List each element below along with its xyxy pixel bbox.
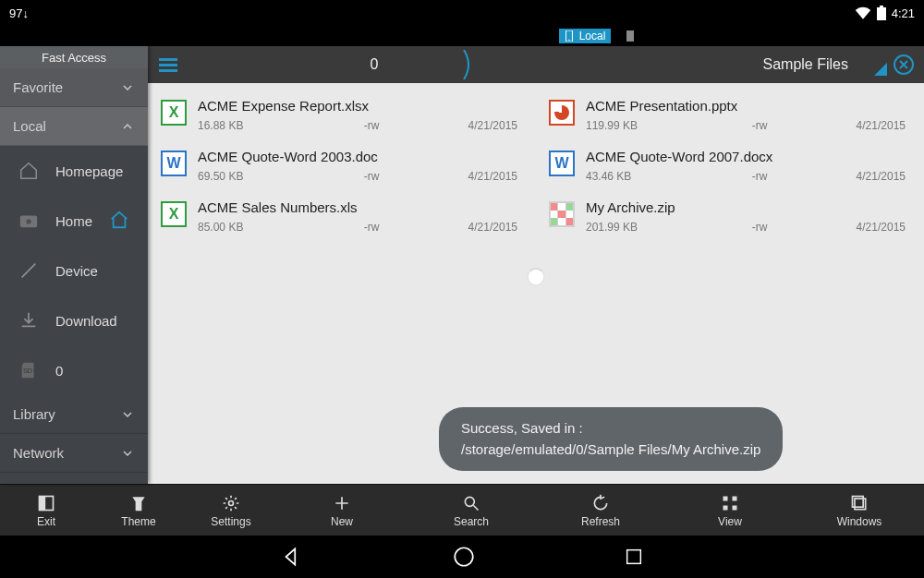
phone-icon [565, 30, 576, 42]
back-button[interactable] [280, 545, 304, 569]
grid-icon [721, 493, 739, 513]
file-size: 69.50 KB [198, 170, 299, 183]
file-item[interactable]: XACME Sales Numbers.xls85.00 KB-rw4/21/2… [148, 194, 536, 245]
loading-spinner-icon [527, 268, 545, 286]
section-network[interactable]: Network [0, 434, 148, 473]
close-icon[interactable] [893, 54, 915, 79]
breadcrumb-current[interactable]: Sample Files [763, 56, 848, 73]
file-size: 85.00 KB [198, 221, 299, 234]
svg-rect-4 [626, 30, 634, 42]
button-label: View [718, 515, 742, 528]
menu-icon[interactable] [159, 58, 177, 72]
file-date: 4/21/2015 [444, 170, 517, 183]
status-time: 4:21 [892, 6, 915, 20]
file-date: 4/21/2015 [444, 119, 517, 132]
svg-point-12 [229, 500, 234, 505]
button-label: Windows [837, 515, 882, 528]
toast-line1: Success, Saved in : [461, 418, 760, 440]
svg-point-21 [455, 548, 473, 566]
svg-rect-17 [723, 505, 728, 510]
sidebar-header: Fast Access [0, 46, 148, 68]
section-library[interactable]: Library [0, 395, 148, 434]
windows-button[interactable]: Windows [795, 485, 924, 536]
svg-text:SD: SD [23, 367, 32, 375]
sidebar-item-homepage[interactable]: Homepage [0, 146, 148, 196]
gear-icon [222, 493, 240, 513]
content-toolbar: 0 Sample Files [148, 46, 924, 83]
sidebar-item-label: 0 [55, 363, 63, 379]
status-left-text: 97↓ [9, 6, 29, 20]
sidebar-item-label: Homepage [55, 163, 123, 179]
tab-local[interactable]: Local [559, 29, 612, 43]
theme-button[interactable]: Theme [92, 485, 185, 536]
file-item[interactable]: WACME Quote-Word 2003.doc69.50 KB-rw4/21… [148, 143, 536, 194]
windows-icon [850, 493, 869, 513]
file-size: 16.88 KB [198, 119, 299, 132]
section-local[interactable]: Local [0, 107, 148, 146]
sidebar-item-download[interactable]: Download [0, 295, 148, 345]
file-permissions: -rw [299, 221, 444, 234]
file-item[interactable]: My Archive.zip201.99 KB-rw4/21/2015 [536, 194, 924, 245]
file-item[interactable]: XACME Expense Report.xlsx16.88 KB-rw4/21… [148, 92, 536, 143]
exit-icon [37, 493, 55, 513]
file-permissions: -rw [687, 170, 832, 183]
toast-notification: Success, Saved in : /storage/emulated/0/… [439, 407, 783, 471]
file-permissions: -rw [299, 170, 444, 183]
breadcrumb-divider-icon [462, 50, 475, 79]
sidebar-item-device[interactable]: Device [0, 246, 148, 295]
button-label: Exit [37, 515, 55, 528]
file-permissions: -rw [299, 119, 444, 132]
home-button[interactable] [452, 545, 476, 569]
svg-rect-22 [627, 550, 641, 564]
file-name: My Archive.zip [586, 199, 906, 215]
file-name: ACME Sales Numbers.xls [198, 199, 517, 215]
folder-icon [18, 211, 39, 231]
file-item[interactable]: ACME Presentation.pptx119.99 KB-rw4/21/2… [536, 92, 924, 143]
svg-point-6 [26, 219, 31, 224]
tab-label: Local [579, 30, 606, 42]
window-tabs-bar: Local [0, 26, 924, 46]
svg-line-7 [22, 264, 36, 278]
file-date: 4/21/2015 [832, 119, 906, 132]
resize-corner-icon[interactable] [874, 63, 887, 79]
plus-icon [333, 493, 351, 513]
search-button[interactable]: Search [407, 485, 536, 536]
exit-button[interactable]: Exit [0, 485, 92, 536]
file-date: 4/21/2015 [444, 221, 517, 234]
chevron-up-icon [120, 119, 135, 134]
wifi-icon [855, 6, 871, 19]
homepage-icon [18, 161, 39, 181]
file-size: 43.46 KB [586, 170, 687, 183]
chevron-down-icon [120, 80, 135, 95]
view-button[interactable]: View [665, 485, 795, 536]
toast-line2: /storage/emulated/0/Sample Files/My Arch… [461, 440, 760, 461]
chevron-down-icon [120, 446, 135, 461]
content-area: 0 Sample Files XACME Expense Report.xlsx… [148, 46, 924, 484]
section-favorite[interactable]: Favorite [0, 68, 148, 107]
svg-point-3 [568, 40, 569, 41]
file-size: 201.99 KB [586, 221, 687, 234]
recents-button[interactable] [624, 547, 644, 567]
settings-button[interactable]: Settings [185, 485, 277, 536]
svg-rect-18 [733, 505, 737, 510]
sidebar-item-sd[interactable]: SD 0 [0, 345, 148, 395]
file-name: ACME Presentation.pptx [586, 98, 906, 114]
sd-card-icon: SD [18, 360, 39, 380]
word-icon: W [161, 151, 187, 176]
powerpoint-icon [549, 100, 575, 126]
file-name: ACME Quote-Word 2003.doc [198, 149, 517, 164]
refresh-button[interactable]: Refresh [536, 485, 665, 536]
button-label: Search [454, 515, 489, 528]
sidebar-item-home[interactable]: Home [0, 196, 148, 246]
file-item[interactable]: WACME Quote-Word 2007.docx43.46 KB-rw4/2… [536, 143, 924, 194]
device-icon [18, 260, 39, 281]
theme-icon [129, 493, 148, 513]
file-name: ACME Quote-Word 2007.docx [586, 149, 906, 164]
new-button[interactable]: New [277, 485, 407, 536]
button-label: Theme [121, 515, 155, 528]
sidebar-item-label: Home [55, 213, 92, 229]
battery-icon [877, 6, 886, 20]
sidebar: Fast Access Favorite Local [0, 46, 148, 484]
button-label: New [331, 515, 353, 528]
tab-secondary[interactable] [620, 30, 642, 42]
